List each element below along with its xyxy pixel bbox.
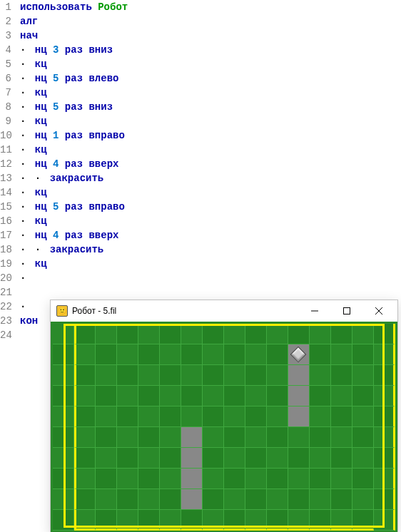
code-line[interactable]: · нц 1 раз вправо [20, 128, 401, 143]
robot-window: 🙂 Робот - 5.fil [50, 300, 398, 532]
token: нач [20, 30, 38, 41]
token: закрасить [50, 173, 104, 184]
line-number: 18 [0, 242, 11, 257]
grid-cell [267, 406, 288, 427]
indent-dot: · [35, 173, 44, 184]
grid-cell [203, 448, 224, 469]
grid-cell [331, 489, 352, 510]
grid-cell [267, 344, 288, 365]
token: раз [59, 44, 88, 56]
grid-cell [352, 469, 374, 489]
grid-cell [288, 448, 310, 469]
token: нц [35, 158, 53, 170]
close-button[interactable] [362, 301, 395, 321]
grid-cell [224, 510, 245, 531]
grid-cell [96, 510, 117, 531]
app-icon: 🙂 [56, 305, 68, 317]
grid-cell [181, 448, 203, 469]
grid [53, 324, 395, 531]
token: раз [59, 73, 88, 84]
grid-cell [117, 344, 138, 365]
code-line[interactable]: · кц [20, 114, 401, 128]
line-number: 15 [0, 200, 11, 214]
code-line[interactable]: · кц [20, 257, 401, 271]
grid-cell [181, 344, 203, 365]
token: вправо [88, 201, 124, 213]
maximize-button[interactable] [330, 301, 362, 321]
grid-cell [245, 510, 267, 531]
grid-cell [96, 489, 117, 510]
code-line[interactable]: · нц 4 раз вверх [20, 157, 401, 171]
grid-cell [53, 489, 74, 510]
grid-cell [331, 427, 352, 448]
grid-cell [224, 365, 245, 386]
grid-cell [331, 324, 352, 344]
indent-dot: · [20, 244, 29, 255]
grid-cell [245, 406, 267, 427]
code-line[interactable]: · нц 5 раз влево [20, 71, 401, 86]
grid-cell [224, 427, 245, 448]
grid-cell [160, 448, 181, 469]
code-line[interactable]: · кц [20, 214, 401, 228]
grid-cell [352, 406, 374, 427]
grid-cell [224, 448, 245, 469]
token: влево [88, 73, 118, 84]
token: раз [59, 101, 88, 113]
grid-cell [245, 489, 267, 510]
line-number: 4 [0, 43, 11, 57]
grid-cell [160, 386, 181, 406]
grid-cell [181, 406, 203, 427]
indent-dot: · [20, 215, 29, 227]
grid-cell [160, 344, 181, 365]
grid-cell [203, 324, 224, 344]
grid-cell [245, 448, 267, 469]
code-area[interactable]: использовать Роботалгнач· нц 3 раз вниз·… [16, 0, 401, 342]
grid-cell [331, 386, 352, 406]
code-line[interactable]: · · закрасить [20, 242, 401, 257]
token: нц [35, 101, 53, 113]
grid-cell [267, 448, 288, 469]
grid-cell [331, 365, 352, 386]
minimize-icon [311, 307, 318, 314]
code-line[interactable] [20, 285, 401, 300]
token: кц [35, 144, 47, 155]
code-line[interactable]: · нц 3 раз вниз [20, 43, 401, 57]
grid-cell [374, 489, 395, 510]
code-editor: 123456789101112131415161718192021222324 … [0, 0, 401, 342]
token: кц [35, 58, 47, 70]
grid-cell [138, 510, 160, 531]
code-line[interactable]: · нц 4 раз вверх [20, 228, 401, 242]
grid-cell [267, 510, 288, 531]
window-title: Робот - 5.fil [72, 306, 298, 316]
code-line[interactable]: нач [20, 29, 401, 43]
code-line[interactable]: · [20, 271, 401, 285]
code-line[interactable]: · кц [20, 86, 401, 100]
grid-cell [310, 469, 331, 489]
code-line[interactable]: · кц [20, 57, 401, 71]
robot-field[interactable] [51, 322, 397, 532]
token: нц [35, 73, 53, 84]
token: кц [35, 215, 47, 227]
grid-cell [74, 324, 96, 344]
grid-cell [117, 324, 138, 344]
token: использовать [20, 1, 98, 13]
grid-cell [288, 386, 310, 406]
line-number: 22 [0, 300, 11, 314]
code-line[interactable]: · кц [20, 143, 401, 157]
grid-cell [160, 510, 181, 531]
code-line[interactable]: использовать Робот [20, 0, 401, 14]
line-number: 24 [0, 328, 11, 342]
token: вправо [88, 130, 124, 141]
token: раз [59, 201, 88, 213]
minimize-button[interactable] [298, 301, 330, 321]
token: раз [59, 230, 88, 241]
code-line[interactable]: · нц 5 раз вправо [20, 200, 401, 214]
token: нц [35, 44, 53, 56]
code-line[interactable]: · нц 5 раз вниз [20, 100, 401, 114]
code-line[interactable]: · · закрасить [20, 171, 401, 185]
grid-cell [53, 427, 74, 448]
grid-cell [96, 344, 117, 365]
titlebar[interactable]: 🙂 Робот - 5.fil [51, 300, 397, 322]
code-line[interactable]: алг [20, 14, 401, 29]
code-line[interactable]: · кц [20, 185, 401, 200]
